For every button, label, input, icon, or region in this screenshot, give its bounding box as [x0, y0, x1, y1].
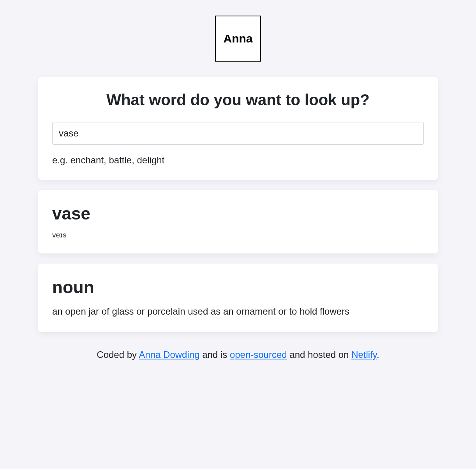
footer: Coded by Anna Dowding and is open-source… [38, 349, 438, 360]
word-phonetic: veɪs [52, 230, 424, 239]
footer-suffix: . [377, 349, 379, 360]
search-hint: e.g. enchant, battle, delight [52, 155, 424, 166]
word-title: vase [52, 204, 424, 223]
open-source-link[interactable]: open-sourced [230, 349, 287, 360]
word-card: vase veɪs [38, 190, 438, 253]
author-link[interactable]: Anna Dowding [139, 349, 199, 360]
host-link[interactable]: Netlify [351, 349, 377, 360]
search-input[interactable] [52, 122, 424, 145]
logo-text: Anna [224, 32, 253, 45]
search-card: What word do you want to look up? e.g. e… [38, 77, 438, 180]
meaning-card: noun an open jar of glass or porcelain u… [38, 264, 438, 332]
footer-prefix: Coded by [97, 349, 139, 360]
footer-mid2: and hosted on [287, 349, 351, 360]
part-of-speech: noun [52, 278, 424, 297]
search-heading: What word do you want to look up? [52, 91, 424, 109]
definition-text: an open jar of glass or porcelain used a… [52, 305, 424, 318]
footer-mid1: and is [200, 349, 230, 360]
logo-box: Anna [215, 16, 261, 62]
